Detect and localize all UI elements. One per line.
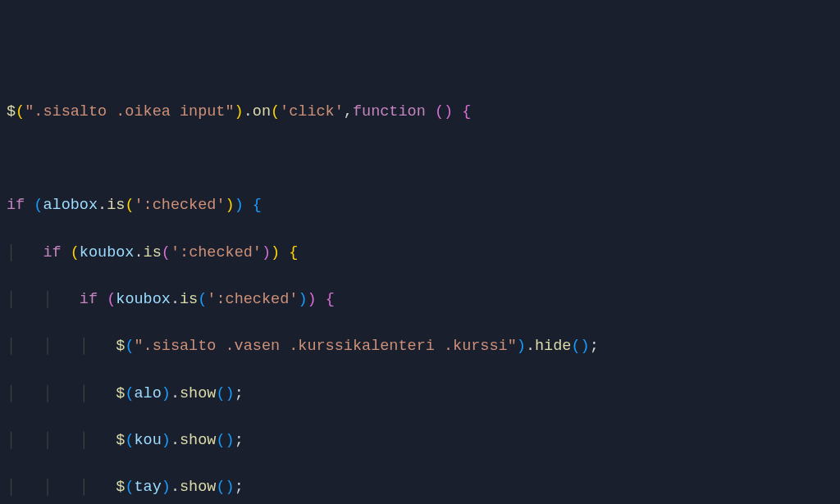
code-line[interactable]: $(".sisalto .oikea input").on('click',fu… <box>7 101 840 125</box>
code-token: ( <box>125 385 134 402</box>
code-token: ( <box>125 197 134 214</box>
code-token: kou <box>134 432 161 449</box>
code-token: ( <box>216 385 225 402</box>
code-token: ) <box>235 197 244 214</box>
code-token: if <box>43 244 61 261</box>
code-token: ( <box>571 338 580 355</box>
code-token: ( <box>16 103 25 120</box>
code-token: koubox <box>116 291 171 308</box>
code-token: , <box>344 103 353 120</box>
code-token: ( <box>34 197 43 214</box>
code-token: ) <box>271 244 280 261</box>
code-token: ) <box>581 338 590 355</box>
code-token: . <box>134 244 143 261</box>
code-token: ; <box>235 385 244 402</box>
code-token: function <box>353 103 426 120</box>
code-token: $ <box>116 385 125 402</box>
code-token: ) <box>298 291 307 308</box>
code-token: ".sisalto .vasen .kurssikalenteri .kurss… <box>134 338 516 355</box>
code-token: ( <box>435 103 444 120</box>
code-line[interactable]: │ │ │ $(tay).show(); <box>7 476 840 500</box>
code-token: . <box>171 432 180 449</box>
code-token: . <box>244 103 253 120</box>
code-token: ) <box>226 197 235 214</box>
code-token: ( <box>125 432 134 449</box>
code-token: ( <box>271 103 280 120</box>
code-token <box>426 103 435 120</box>
code-token <box>62 244 71 261</box>
code-token: ( <box>198 291 207 308</box>
code-editor[interactable]: $(".sisalto .oikea input").on('click',fu… <box>7 101 840 504</box>
code-token: alobox <box>43 197 98 214</box>
code-token: show <box>180 432 216 449</box>
code-line[interactable]: │ │ if (koubox.is(':checked')) { <box>7 288 840 312</box>
code-token: ) <box>226 385 235 402</box>
code-token: ':checked' <box>207 291 298 308</box>
code-token: $ <box>116 432 125 449</box>
code-token: . <box>171 385 180 402</box>
code-token: ) <box>307 291 316 308</box>
code-token <box>280 244 289 261</box>
code-token: on <box>253 103 271 120</box>
code-token: if <box>7 197 25 214</box>
code-token: { <box>253 197 262 214</box>
code-token <box>244 197 253 214</box>
code-line[interactable] <box>7 148 840 171</box>
code-token: ) <box>517 338 526 355</box>
code-token: ( <box>71 244 80 261</box>
code-token: . <box>171 291 180 308</box>
code-token: alo <box>134 385 161 402</box>
code-token: ':checked' <box>135 197 226 214</box>
code-token: ) <box>262 244 271 261</box>
code-line[interactable]: │ │ │ $(alo).show(); <box>7 383 840 406</box>
code-token: if <box>80 291 98 308</box>
code-token: { <box>326 291 335 308</box>
code-line[interactable]: if (alobox.is(':checked')) { <box>7 194 840 218</box>
code-token: { <box>289 244 298 261</box>
code-token: ) <box>226 432 235 449</box>
code-token: is <box>180 291 198 308</box>
code-token: ':checked' <box>171 244 262 261</box>
code-token: ( <box>125 479 134 496</box>
code-token: ; <box>235 479 244 496</box>
code-token: ( <box>216 479 225 496</box>
code-line[interactable]: │ │ │ $(".sisalto .vasen .kurssikalenter… <box>7 335 840 359</box>
code-token: ) <box>162 479 171 496</box>
code-token: ( <box>216 432 225 449</box>
code-token: ( <box>107 291 116 308</box>
code-token: . <box>526 338 535 355</box>
code-token: $ <box>7 103 16 120</box>
code-token: 'click' <box>280 103 344 120</box>
code-token: ) <box>235 103 244 120</box>
code-token: { <box>462 103 471 120</box>
code-token: ) <box>162 432 171 449</box>
code-token: ) <box>162 385 171 402</box>
code-token: ".sisalto .oikea input" <box>25 103 234 120</box>
code-token <box>98 291 107 308</box>
code-token <box>453 103 462 120</box>
code-token: . <box>98 197 107 214</box>
code-token <box>317 291 326 308</box>
code-token: is <box>107 197 125 214</box>
code-token: ; <box>590 338 599 355</box>
code-token: koubox <box>80 244 135 261</box>
code-token: ; <box>235 432 244 449</box>
code-token: $ <box>116 338 125 355</box>
code-line[interactable]: │ if (koubox.is(':checked')) { <box>7 242 840 266</box>
code-token: tay <box>134 479 161 496</box>
code-token: . <box>171 479 180 496</box>
code-token: show <box>180 385 216 402</box>
code-token: ) <box>444 103 453 120</box>
code-token: ( <box>125 338 134 355</box>
code-line[interactable]: │ │ │ $(kou).show(); <box>7 429 840 453</box>
code-token: ( <box>162 244 171 261</box>
code-token: ) <box>226 479 235 496</box>
code-token: hide <box>535 338 571 355</box>
code-token: is <box>144 244 162 261</box>
code-token <box>25 197 34 214</box>
code-token: show <box>180 479 216 496</box>
code-token: $ <box>116 479 125 496</box>
